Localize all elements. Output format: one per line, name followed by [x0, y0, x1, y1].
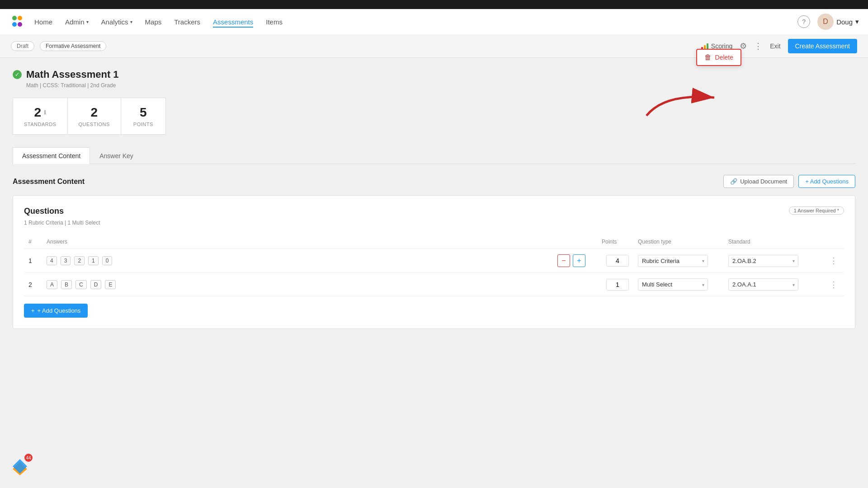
- tab-answer-key[interactable]: Answer Key: [90, 147, 143, 164]
- svg-point-1: [18, 16, 22, 20]
- row2-points-input[interactable]: [606, 279, 629, 291]
- row1-minus-button[interactable]: −: [557, 254, 570, 267]
- nav-admin[interactable]: Admin ▾: [65, 16, 89, 28]
- formative-badge[interactable]: Formative Assessment: [40, 41, 106, 51]
- svg-point-2: [12, 22, 17, 27]
- nav-assessments[interactable]: Assessments: [213, 16, 253, 28]
- questions-header: Questions 1 Answer Required *: [24, 206, 844, 216]
- more-options-button[interactable]: ⋮: [754, 41, 763, 51]
- navbar: Home Admin ▾ Analytics ▾ Maps Trackers A…: [0, 9, 868, 34]
- row2-more-cell: ⋮: [823, 273, 844, 296]
- row2-more-button[interactable]: ⋮: [828, 278, 840, 291]
- stat-points: 5 POINTS: [121, 98, 166, 135]
- subheader-left: Draft Formative Assessment: [11, 41, 106, 51]
- row1-standard-select[interactable]: 2.OA.B.2 2.OA.A.1: [728, 255, 798, 267]
- row1-standard-select-wrapper: 2.OA.B.2 2.OA.A.1 ▾: [728, 255, 798, 267]
- analytics-chevron-icon: ▾: [130, 19, 132, 24]
- col-header-points: Points: [597, 235, 633, 249]
- upload-document-button[interactable]: 🔗 Upload Document: [723, 175, 794, 188]
- answer-tag: E: [105, 280, 116, 289]
- subheader-wrapper: Draft Formative Assessment Scoring ⚙ ⋮ E…: [0, 34, 868, 58]
- app-badge: 44: [24, 454, 33, 462]
- main-content: ✓ Math Assessment 1 Math | CCSS: Traditi…: [0, 58, 868, 487]
- points-value: 5: [132, 105, 155, 120]
- questions-title: Questions: [24, 206, 64, 216]
- row2-standard-select-wrapper: 2.OA.A.1 2.OA.B.2 ▾: [728, 278, 798, 291]
- draft-badge[interactable]: Draft: [11, 41, 34, 51]
- user-chevron-icon: ▾: [855, 18, 859, 26]
- add-questions-top-button[interactable]: + Add Questions: [798, 175, 855, 188]
- answer-tag: A: [47, 280, 57, 289]
- questions-value: 2: [79, 105, 110, 120]
- col-header-answers: Answers: [42, 235, 597, 249]
- col-header-actions: [823, 235, 844, 249]
- questions-card: Questions 1 Answer Required * 1 Rubric C…: [13, 195, 855, 329]
- row2-answers: A B C D E: [47, 280, 593, 289]
- user-avatar: D: [817, 14, 834, 30]
- row1-answers-cell: 4 3 2 1 0 − +: [42, 249, 597, 273]
- tab-assessment-content[interactable]: Assessment Content: [13, 147, 90, 164]
- stats-row: 2 ℹ STANDARDS 2 QUESTIONS 5 POINTS: [13, 98, 855, 135]
- navbar-right: ? D Doug ▾: [797, 14, 859, 30]
- row1-points-cell: [597, 249, 633, 273]
- col-header-number: #: [24, 235, 42, 249]
- questions-subtitle: 1 Rubric Criteria | 1 Multi Select: [24, 220, 844, 226]
- col-header-question-type: Question type: [633, 235, 724, 249]
- nav-maps[interactable]: Maps: [145, 16, 162, 28]
- row1-controls: − +: [557, 254, 585, 267]
- row1-points-input[interactable]: [606, 255, 629, 267]
- admin-chevron-icon: ▾: [86, 19, 89, 24]
- row2-standard-select[interactable]: 2.OA.A.1 2.OA.B.2: [728, 278, 798, 291]
- answer-tag: 1: [88, 256, 99, 265]
- assessment-title-row: ✓ Math Assessment 1: [13, 69, 855, 80]
- svg-point-0: [12, 16, 17, 20]
- answer-tag: 4: [47, 256, 57, 265]
- row2-standard-cell: 2.OA.A.1 2.OA.B.2 ▾: [724, 273, 823, 296]
- stat-standards: 2 ℹ STANDARDS: [13, 98, 67, 135]
- app-icon[interactable]: 44: [9, 455, 31, 477]
- table-header-row: # Answers Points Question type Standard: [24, 235, 844, 249]
- standards-info-icon[interactable]: ℹ: [44, 109, 46, 116]
- tabs-row: Assessment Content Answer Key: [13, 147, 855, 164]
- row2-type-select[interactable]: Multi Select Rubric Criteria Multiple Ch…: [638, 278, 708, 291]
- row1-answers: 4 3 2 1 0: [47, 256, 114, 265]
- nav-items: Home Admin ▾ Analytics ▾ Maps Trackers A…: [34, 16, 797, 28]
- stat-questions: 2 QUESTIONS: [67, 98, 121, 135]
- delete-label: Delete: [715, 54, 733, 61]
- col-header-standard: Standard: [724, 235, 823, 249]
- delete-dropdown[interactable]: 🗑 Delete: [696, 49, 741, 66]
- answer-tag: D: [90, 280, 102, 289]
- plus-icon: +: [31, 307, 35, 314]
- exit-button[interactable]: Exit: [770, 42, 780, 50]
- nav-analytics[interactable]: Analytics ▾: [101, 16, 132, 28]
- row1-type-select[interactable]: Rubric Criteria Multi Select Multiple Ch…: [638, 255, 708, 267]
- row1-more-button[interactable]: ⋮: [828, 254, 840, 267]
- section-title: Assessment Content: [13, 178, 85, 186]
- questions-table: # Answers Points Question type Standard …: [24, 235, 844, 296]
- row1-plus-button[interactable]: +: [573, 254, 585, 267]
- answer-tag: 3: [61, 256, 71, 265]
- help-button[interactable]: ?: [797, 15, 810, 28]
- svg-point-3: [18, 22, 22, 27]
- nav-items[interactable]: Items: [266, 16, 283, 28]
- user-menu[interactable]: D Doug ▾: [817, 14, 859, 30]
- answer-tag: C: [75, 280, 87, 289]
- table-row: 2 A B C D E: [24, 273, 844, 296]
- row2-type-cell: Multi Select Rubric Criteria Multiple Ch…: [633, 273, 724, 296]
- verified-icon: ✓: [13, 70, 22, 79]
- create-assessment-button[interactable]: Create Assessment: [788, 39, 857, 53]
- standards-value: 2 ℹ: [24, 105, 57, 120]
- answer-required-badge: 1 Answer Required *: [789, 206, 844, 215]
- app-logo[interactable]: [9, 14, 25, 30]
- bottom-app: 44: [9, 455, 31, 477]
- top-bar: [0, 0, 868, 9]
- nav-home[interactable]: Home: [34, 16, 52, 28]
- upload-icon: 🔗: [730, 178, 737, 185]
- row1-standard-cell: 2.OA.B.2 2.OA.A.1 ▾: [724, 249, 823, 273]
- nav-trackers[interactable]: Trackers: [174, 16, 200, 28]
- svg-marker-6: [13, 459, 27, 474]
- add-questions-card-button[interactable]: + + Add Questions: [24, 304, 88, 318]
- trash-icon: 🗑: [704, 53, 712, 61]
- row1-type-cell: Rubric Criteria Multi Select Multiple Ch…: [633, 249, 724, 273]
- assessment-title: Math Assessment 1: [26, 69, 119, 80]
